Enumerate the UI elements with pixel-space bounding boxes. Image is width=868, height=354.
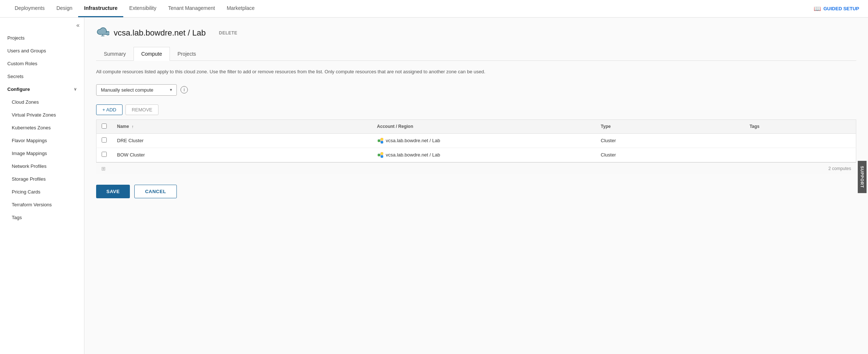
sidebar-item-users-and-groups[interactable]: Users and Groups (0, 44, 84, 57)
nav-infrastructure[interactable]: Infrastructure (78, 0, 123, 17)
sidebar-item-configure[interactable]: Configure ∨ (0, 83, 84, 96)
action-buttons: + ADD REMOVE (96, 104, 856, 115)
row1-type: Cluster (596, 133, 745, 148)
sidebar-item-virtual-private-zones[interactable]: Virtual Private Zones (0, 108, 84, 121)
tab-compute[interactable]: Compute (134, 47, 170, 61)
nav-design[interactable]: Design (51, 0, 79, 17)
table-header-row: Name ↑ Account / Region Type Tags (96, 119, 856, 133)
compute-table: Name ↑ Account / Region Type Tags (96, 119, 856, 162)
info-symbol: i (184, 87, 185, 92)
page-title: vcsa.lab.bowdre.net / Lab (114, 28, 206, 38)
row1-name: DRE Cluster (112, 133, 372, 148)
nav-links: Deployments Design Infrastructure Extens… (9, 0, 260, 17)
header-name: Name ↑ (112, 119, 372, 133)
header-tags: Tags (744, 119, 856, 133)
sidebar-item-projects[interactable]: Projects (0, 32, 84, 44)
row2-account-label: vcsa.lab.bowdre.net / Lab (386, 152, 440, 158)
row2-name: BOW Cluster (112, 148, 372, 162)
dropdown-arrow-icon: ▾ (170, 87, 172, 92)
row2-checkbox-cell (96, 148, 112, 162)
sidebar-item-tags[interactable]: Tags (0, 211, 84, 224)
columns-icon: ⊞ (101, 166, 106, 172)
tab-bar: Summary Compute Projects (96, 47, 856, 61)
nav-deployments[interactable]: Deployments (9, 0, 51, 17)
form-actions: SAVE CANCEL (96, 185, 856, 198)
row1-checkbox-cell (96, 133, 112, 148)
row2-checkbox[interactable] (102, 152, 107, 157)
save-button[interactable]: SAVE (96, 185, 130, 198)
header-tags-label: Tags (750, 124, 759, 129)
tab-summary[interactable]: Summary (96, 47, 134, 61)
name-sort-icon[interactable]: ↑ (132, 124, 134, 129)
guided-setup-button[interactable]: 📖 GUIDED SETUP (814, 5, 859, 12)
nav-tenant-management[interactable]: Tenant Management (162, 0, 221, 17)
top-navigation: Deployments Design Infrastructure Extens… (0, 0, 868, 18)
support-tab[interactable]: SUPPORT (858, 161, 867, 193)
svg-rect-0 (378, 140, 380, 142)
svg-rect-2 (381, 141, 383, 143)
compute-dropdown[interactable]: Manually select compute ▾ (96, 84, 177, 96)
row2-account: vcsa.lab.bowdre.net / Lab (372, 148, 596, 162)
guided-setup-label: GUIDED SETUP (823, 6, 859, 11)
row1-type-label: Cluster (601, 138, 616, 143)
select-all-checkbox[interactable] (102, 123, 107, 129)
sidebar-collapse-area: « (0, 21, 84, 32)
svg-rect-6 (381, 152, 383, 155)
sidebar-item-terraform-versions[interactable]: Terraform Versions (0, 198, 84, 211)
support-label: SUPPORT (860, 166, 864, 188)
remove-button[interactable]: REMOVE (125, 104, 158, 115)
tab-projects[interactable]: Projects (170, 47, 204, 61)
sidebar-item-image-mappings[interactable]: Image Mappings (0, 147, 84, 160)
nav-extensibility[interactable]: Extensibility (123, 0, 162, 17)
cancel-button[interactable]: CANCEL (134, 185, 176, 198)
nav-marketplace[interactable]: Marketplace (221, 0, 260, 17)
sidebar-item-pricing-cards[interactable]: Pricing Cards (0, 185, 84, 198)
sidebar-item-cloud-zones[interactable]: Cloud Zones (0, 96, 84, 108)
svg-rect-1 (381, 138, 383, 140)
row2-type-label: Cluster (601, 152, 616, 158)
main-content: vcsa.lab.bowdre.net / Lab DELETE Summary… (84, 18, 868, 354)
table-row: BOW Cluster (96, 148, 856, 162)
sidebar-item-flavor-mappings[interactable]: Flavor Mappings (0, 134, 84, 147)
sidebar-item-network-profiles[interactable]: Network Profiles (0, 160, 84, 173)
header-name-label: Name (117, 124, 129, 129)
header-type: Type (596, 119, 745, 133)
svg-rect-5 (378, 154, 380, 156)
compute-select-row: Manually select compute ▾ i (96, 84, 856, 96)
table-row: DRE Cluster (96, 133, 856, 148)
main-layout: « Projects Users and Groups Custom Roles… (0, 18, 868, 354)
cloud-zone-icon (96, 26, 109, 40)
row1-tags (744, 133, 856, 148)
row2-name-label: BOW Cluster (117, 152, 145, 158)
header-checkbox-cell (96, 119, 112, 133)
table-footer: ⊞ 2 computes (96, 162, 856, 174)
compute-dropdown-value: Manually select compute (101, 87, 153, 93)
svg-rect-7 (381, 155, 383, 158)
sidebar-item-storage-profiles[interactable]: Storage Profiles (0, 173, 84, 185)
row1-account-label: vcsa.lab.bowdre.net / Lab (386, 138, 440, 143)
compute-count: 2 computes (828, 166, 851, 171)
cluster-account-icon-1 (377, 137, 384, 144)
configure-chevron-icon: ∨ (74, 87, 77, 92)
sidebar-item-custom-roles[interactable]: Custom Roles (0, 57, 84, 70)
row2-tags (744, 148, 856, 162)
delete-button[interactable]: DELETE (216, 29, 240, 37)
sidebar-configure-label: Configure (7, 86, 30, 92)
row1-account: vcsa.lab.bowdre.net / Lab (372, 133, 596, 148)
info-icon: i (180, 86, 188, 93)
sidebar-item-kubernetes-zones[interactable]: Kubernetes Zones (0, 121, 84, 134)
sidebar-item-secrets[interactable]: Secrets (0, 70, 84, 83)
sidebar: « Projects Users and Groups Custom Roles… (0, 18, 84, 354)
header-type-label: Type (601, 124, 611, 129)
page-header: vcsa.lab.bowdre.net / Lab DELETE (96, 26, 856, 40)
header-account: Account / Region (372, 119, 596, 133)
row1-checkbox[interactable] (102, 137, 107, 143)
sidebar-collapse-button[interactable]: « (76, 22, 80, 29)
row1-name-label: DRE Cluster (117, 138, 143, 143)
row2-type: Cluster (596, 148, 745, 162)
book-icon: 📖 (814, 5, 821, 12)
header-account-label: Account / Region (377, 124, 413, 129)
add-button[interactable]: + ADD (96, 104, 123, 115)
compute-description: All compute resources listed apply to th… (96, 68, 856, 75)
cluster-account-icon-2 (377, 152, 384, 158)
